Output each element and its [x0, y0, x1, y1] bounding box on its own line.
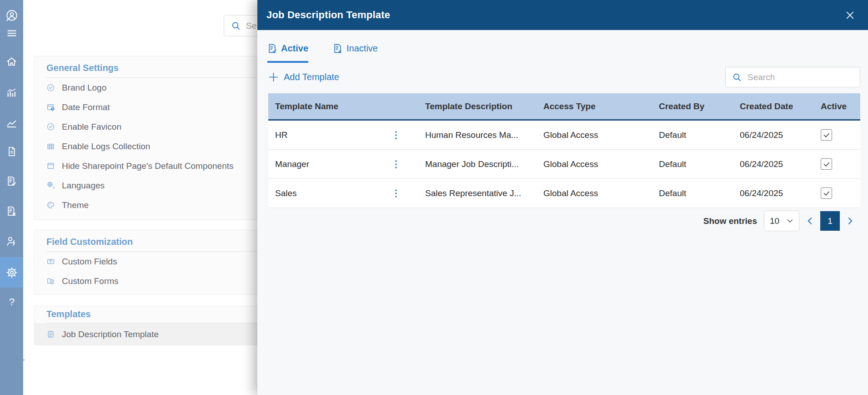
gear-icon	[5, 266, 18, 279]
template-search[interactable]	[725, 67, 860, 87]
sidebar-item-home[interactable]	[0, 51, 23, 71]
templates-table: Template Name Template Description Acces…	[268, 93, 860, 208]
document-icon	[6, 146, 18, 157]
table-row: Manager Manager Job Descripti... Global …	[268, 150, 860, 179]
menu-icon	[6, 27, 18, 39]
page-number-button[interactable]: 1	[820, 211, 840, 231]
modal-body: Active Inactive Add Template Template Na…	[257, 30, 868, 395]
document-x-icon	[333, 43, 342, 54]
plus-icon	[268, 72, 279, 82]
settings-item-label: Enable Favicon	[62, 122, 121, 132]
chevron-right-icon	[847, 217, 854, 225]
kebab-icon	[395, 130, 397, 140]
column-header-access-type: Access Type	[537, 101, 652, 111]
active-checkbox[interactable]	[821, 187, 832, 199]
page-size-value: 10	[770, 216, 779, 226]
sidebar-item-user-actions[interactable]	[0, 231, 23, 251]
check-icon	[823, 189, 830, 197]
cell-access-type: Global Access	[537, 188, 652, 198]
tab-label: Inactive	[346, 43, 378, 54]
translate-icon: A	[46, 181, 55, 190]
row-menu-button[interactable]	[392, 187, 400, 199]
cell-template-name: Manager	[275, 159, 309, 169]
column-header-template-name: Template Name	[268, 101, 418, 111]
settings-item-label: Languages	[62, 181, 105, 191]
search-icon	[732, 72, 742, 82]
cell-access-type: Global Access	[537, 159, 652, 169]
sidebar-item-help[interactable]: ?	[0, 292, 23, 312]
settings-item-label: Custom Fields	[62, 257, 117, 267]
template-search-input[interactable]	[747, 72, 860, 83]
active-checkbox[interactable]	[821, 129, 832, 141]
sidebar-item-analytics[interactable]	[0, 82, 23, 102]
app: ? General Settings Brand Logo Date Forma…	[0, 0, 868, 395]
cell-template-description: Manager Job Descripti...	[418, 159, 537, 169]
page-size-select[interactable]: 10	[764, 211, 799, 231]
sidebar-item-documents[interactable]	[0, 142, 23, 162]
document-check-icon	[5, 175, 18, 187]
table-row: HR Human Resources Ma... Global Access D…	[268, 121, 860, 150]
column-header-active: Active	[814, 101, 860, 111]
sidebar-item-rejected-docs[interactable]	[0, 201, 23, 221]
window-icon	[46, 162, 55, 170]
line-chart-icon	[5, 117, 18, 129]
help-icon: ?	[5, 296, 18, 309]
add-template-button[interactable]: Add Template	[268, 72, 339, 82]
table-row: Sales Sales Representative J... Global A…	[268, 179, 860, 208]
document-check-icon	[267, 43, 277, 54]
sidebar-item-trends[interactable]	[0, 113, 23, 133]
app-sidebar: ?	[0, 0, 23, 395]
close-icon	[846, 11, 854, 20]
row-menu-button[interactable]	[392, 158, 400, 170]
tab-active[interactable]: Active	[267, 43, 308, 63]
settings-item-label: Date Format	[62, 102, 110, 112]
column-header-created-by: Created By	[652, 101, 733, 111]
chevron-left-icon	[806, 217, 813, 225]
svg-text:A: A	[52, 185, 55, 190]
table-header-row: Template Name Template Description Acces…	[268, 93, 860, 121]
settings-item-label: Hide Sharepoint Page's Default Component…	[62, 161, 234, 171]
chevron-down-icon	[787, 218, 793, 224]
settings-item-label: Brand Logo	[62, 83, 106, 93]
row-menu-button[interactable]	[392, 129, 400, 141]
modal-title: Job Description Template	[266, 9, 844, 21]
sidebar-item-menu[interactable]	[0, 23, 23, 43]
cell-created-date: 06/24/2025	[733, 159, 814, 169]
show-entries-label: Show entries	[703, 216, 757, 226]
previous-page-button[interactable]	[806, 217, 813, 225]
badge-check-icon	[46, 122, 55, 131]
column-header-template-description: Template Description	[418, 101, 537, 111]
svg-text:?: ?	[9, 296, 14, 308]
cell-created-date: 06/24/2025	[733, 130, 814, 140]
tab-label: Active	[281, 43, 308, 54]
template-tabs: Active Inactive	[267, 43, 378, 63]
user-bolt-icon	[5, 235, 18, 248]
kebab-icon	[395, 159, 397, 169]
notepad-icon	[46, 330, 55, 339]
pagination: Show entries 10 1	[703, 211, 854, 231]
search-icon	[231, 21, 241, 31]
tab-inactive[interactable]: Inactive	[333, 43, 378, 63]
cell-template-description: Sales Representative J...	[418, 188, 537, 198]
sidebar-item-approved-docs[interactable]	[0, 171, 23, 191]
profile-avatar-icon	[5, 9, 19, 23]
cell-template-name: HR	[275, 130, 287, 140]
check-icon	[823, 160, 830, 168]
modal-header: Job Description Template	[257, 0, 868, 30]
add-template-label: Add Template	[284, 72, 339, 82]
active-checkbox[interactable]	[821, 158, 832, 170]
sidebar-item-settings[interactable]	[0, 257, 23, 288]
settings-item-label: Enable Logs Collection	[62, 142, 150, 152]
text-field-icon	[46, 257, 55, 266]
palette-icon	[46, 201, 55, 209]
close-button[interactable]	[844, 9, 856, 21]
cell-template-description: Human Resources Ma...	[418, 130, 537, 140]
kebab-icon	[395, 188, 397, 198]
cell-created-by: Default	[652, 130, 733, 140]
column-header-created-date: Created Date	[733, 101, 814, 111]
badge-check-icon	[46, 83, 55, 92]
home-icon	[5, 56, 18, 68]
bar-chart-icon	[5, 86, 18, 98]
logs-grid-icon	[46, 142, 55, 151]
next-page-button[interactable]	[847, 217, 854, 225]
